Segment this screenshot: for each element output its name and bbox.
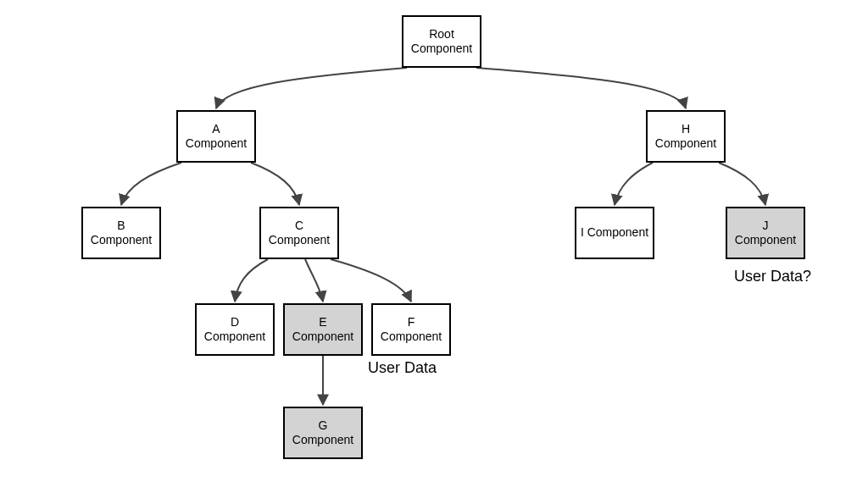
- node-H: H Component: [646, 110, 726, 163]
- annotation-user-data: User Data: [368, 359, 437, 377]
- edge-root-A: [216, 68, 407, 108]
- node-label: B Component: [86, 219, 156, 248]
- node-root: Root Component: [402, 15, 481, 68]
- edge-H-J: [719, 163, 765, 205]
- edge-root-H: [476, 68, 686, 108]
- node-label: H Component: [651, 122, 721, 152]
- node-F: F Component: [371, 303, 451, 356]
- node-label: Root Component: [407, 27, 476, 57]
- node-label: E Component: [288, 315, 358, 345]
- node-label: C Component: [264, 219, 334, 248]
- edge-H-I: [615, 163, 653, 205]
- node-label: J Component: [731, 219, 800, 248]
- edge-C-F: [331, 259, 411, 302]
- node-label: G Component: [288, 418, 358, 448]
- node-G: G Component: [283, 407, 363, 459]
- edge-C-E: [305, 259, 323, 302]
- node-label: D Component: [200, 315, 270, 345]
- node-C: C Component: [259, 207, 339, 259]
- edge-C-D: [235, 259, 268, 302]
- annotation-user-data-q: User Data?: [734, 268, 811, 285]
- node-D: D Component: [195, 303, 275, 356]
- edge-A-B: [121, 163, 181, 205]
- node-label: I Component: [581, 225, 648, 241]
- node-label: F Component: [376, 315, 446, 345]
- node-J: J Component: [726, 207, 805, 259]
- edge-A-C: [251, 163, 299, 205]
- node-A: A Component: [176, 110, 256, 163]
- node-I: I Component: [575, 207, 654, 259]
- node-E: E Component: [283, 303, 363, 356]
- node-label: A Component: [181, 122, 251, 152]
- node-B: B Component: [81, 207, 161, 259]
